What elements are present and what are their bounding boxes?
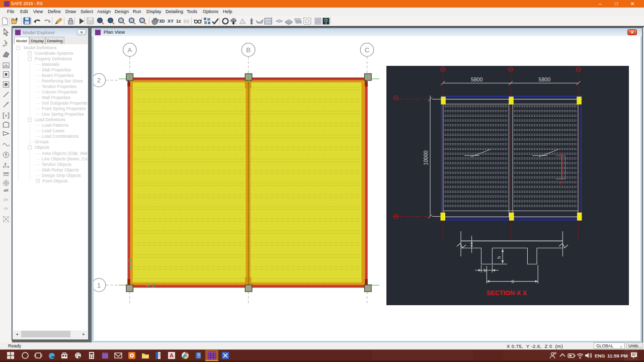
svg-text:A: A xyxy=(170,352,174,358)
svg-text:2: 2 xyxy=(5,162,7,166)
